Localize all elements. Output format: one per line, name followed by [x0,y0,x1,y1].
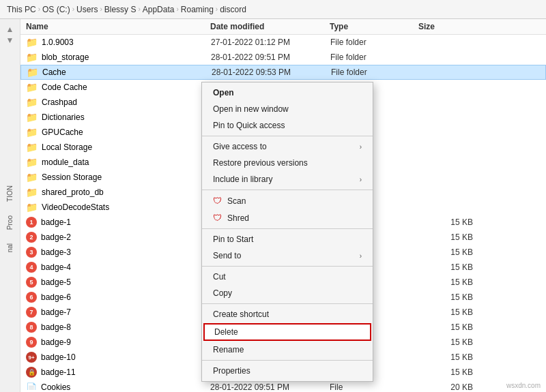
file-size: 15 KB [418,277,473,287]
folder-icon: 📁 [26,172,38,183]
file-name: Cookies [41,382,210,390]
ctx-cut[interactable]: Cut [202,269,373,285]
ctx-rename-label: Rename [213,345,244,355]
folder-icon: 📁 [26,37,38,48]
ctx-open-new-window-label: Open in new window [213,104,289,114]
folder-icon: 📁 [26,157,38,168]
file-name: blob_storage [42,52,211,62]
ctx-properties[interactable]: Properties [202,363,373,379]
sidebar-up-arrow[interactable]: ▲ [6,25,14,34]
column-headers: Name Date modified Type Size [20,19,546,35]
file-name: badge-5 [41,277,210,287]
file-size: 15 KB [418,322,473,332]
folder-icon: 📁 [26,112,38,123]
file-name: Local Storage [42,142,211,152]
col-type-header[interactable]: Type [330,22,418,31]
ctx-send-to[interactable]: Send to › [202,247,373,264]
ctx-send-to-label: Send to [213,251,241,260]
file-name: badge-9 [41,337,210,347]
badge-icon: 9+ [26,352,37,363]
col-name-header[interactable]: Name [26,22,210,31]
folder-icon: 📁 [26,202,38,213]
file-name: shared_proto_db [42,187,211,197]
breadcrumb: This PC › OS (C:) › Users › Blessy S › A… [7,5,246,14]
ctx-quick-access[interactable]: Pin to Quick access [202,117,373,134]
file-name: 1.0.9003 [42,37,211,47]
ctx-include-library[interactable]: Include in library › [202,171,373,187]
file-date: 27-01-2022 01:12 PM [211,37,330,47]
ctx-separator [202,303,373,304]
file-name: GPUCache [42,127,211,137]
file-name: Code Cache [42,82,211,92]
ctx-restore-versions[interactable]: Restore previous versions [202,155,373,171]
folder-icon: 📁 [26,142,38,153]
ctx-separator [202,190,373,190]
file-name: Session Storage [42,172,211,182]
file-name: badge-6 [41,292,210,302]
file-name: badge-10 [41,352,210,362]
file-name: badge-1 [41,217,210,227]
ctx-pin-start[interactable]: Pin to Start [202,231,373,247]
file-icon: 📄 [26,382,37,391]
col-size-header[interactable]: Size [418,22,473,31]
title-bar: This PC › OS (C:) › Users › Blessy S › A… [0,0,546,19]
file-type: File folder [330,52,419,62]
badge-icon: 1 [26,217,37,228]
badge-icon: 3 [26,247,37,258]
sidebar-label-tion: TION [6,185,14,202]
badge-icon: 🔒 [26,367,37,378]
col-date-header[interactable]: Date modified [210,22,330,31]
ctx-delete[interactable]: Delete [203,323,371,341]
file-size: 15 KB [418,307,473,317]
sidebar-down-arrow[interactable]: ▼ [6,35,14,45]
badge-icon: 4 [26,262,37,273]
file-size: 15 KB [418,367,473,377]
ctx-separator [202,266,373,267]
folder-icon: 📁 [26,82,38,93]
ctx-rename[interactable]: Rename [202,342,373,358]
badge-icon: 8 [26,322,37,333]
file-name: badge-4 [41,262,210,272]
file-name: VideoDecodeStats [42,202,211,212]
file-size: 15 KB [418,247,473,257]
file-size: 15 KB [418,352,473,362]
ctx-open[interactable]: Open [202,85,373,101]
submenu-arrow-icon: › [360,176,362,183]
sidebar-label-nal: nal [6,243,14,252]
folder-icon: 📁 [26,127,38,138]
ctx-create-shortcut[interactable]: Create shortcut [202,306,373,322]
ctx-separator [202,228,373,229]
badge-icon: 6 [26,292,37,303]
file-size: 15 KB [418,337,473,347]
file-name: badge-11 [41,367,210,377]
ctx-open-new-window[interactable]: Open in new window [202,101,373,117]
ctx-separator [202,360,373,361]
table-row[interactable]: 📁 Cache 28-01-2022 09:53 PM File folder [20,65,546,80]
ctx-restore-versions-label: Restore previous versions [213,158,308,168]
ctx-scan[interactable]: 🛡 Scan [202,192,373,209]
left-sidebar: ▲ ▼ TION Proo nal [0,19,20,392]
file-size: 20 KB [418,382,473,390]
watermark: wsxdn.com [506,382,541,389]
shield-icon: 🛡 [213,213,222,223]
table-row[interactable]: 📁 1.0.9003 27-01-2022 01:12 PM File fold… [20,35,546,50]
ctx-copy[interactable]: Copy [202,285,373,301]
folder-icon: 📁 [26,187,38,198]
ctx-give-access[interactable]: Give access to › [202,138,373,155]
ctx-separator [202,136,373,136]
file-name: badge-8 [41,322,210,332]
folder-icon: 📁 [27,67,38,78]
ctx-shred[interactable]: 🛡 Shred [202,209,373,226]
submenu-arrow-icon: › [360,252,362,260]
file-size: 15 KB [418,217,473,227]
file-name: Dictionaries [42,112,211,122]
ctx-quick-access-label: Pin to Quick access [213,121,285,130]
file-area: Name Date modified Type Size 📁 1.0.9003 … [20,19,546,392]
badge-icon: 2 [26,232,37,243]
badge-icon: 5 [26,277,37,288]
ctx-create-shortcut-label: Create shortcut [213,310,269,319]
file-size: 15 KB [418,262,473,272]
file-date: 28-01-2022 09:51 PM [211,52,330,62]
table-row[interactable]: 📁 blob_storage 28-01-2022 09:51 PM File … [20,50,546,65]
sidebar-label-proo: Proo [6,215,14,230]
